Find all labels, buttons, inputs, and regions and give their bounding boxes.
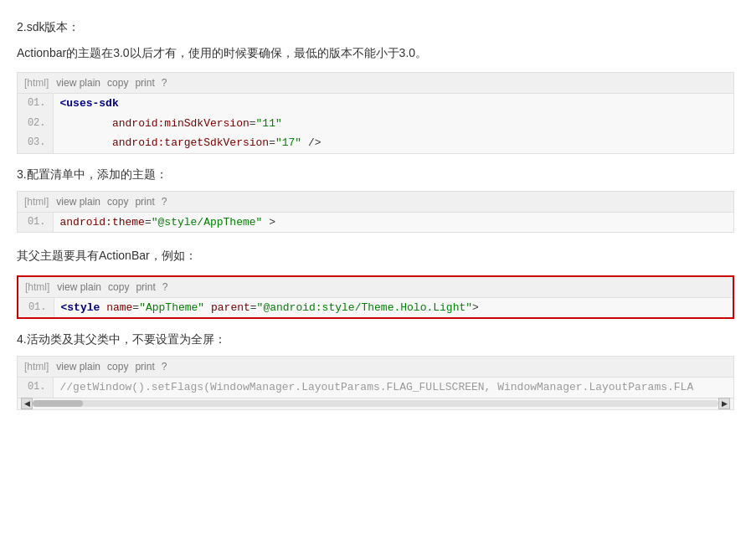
code-block-fullscreen: [html] view plain copy print ? 01. //get…	[17, 356, 734, 410]
help-btn[interactable]: ?	[159, 76, 170, 90]
line-num: 02.	[18, 114, 53, 134]
code-table-parent: 01. <style name="AppTheme" parent="@andr…	[18, 298, 733, 318]
copy-btn[interactable]: copy	[105, 195, 131, 208]
section-2-heading: 2.sdk版本：	[17, 20, 734, 35]
code-table-sdk: 01. <uses-sdk 02. android:minSdkVersion=…	[18, 94, 733, 153]
copy-btn[interactable]: copy	[105, 280, 131, 294]
code-toolbar-sdk: [html] view plain copy print ?	[18, 73, 733, 94]
toolbar-lang: [html]	[24, 361, 49, 372]
line-num: 01.	[18, 94, 53, 114]
code-scroll-area: 01. //getWindow().setFlags(WindowManager…	[18, 378, 733, 398]
code-toolbar-parent: [html] view plain copy print ?	[18, 277, 733, 298]
section-4: 4.活动类及其父类中，不要设置为全屏： [html] view plain co…	[17, 332, 734, 410]
scrollbar-track[interactable]	[33, 400, 718, 407]
page-content: 2.sdk版本： Actionbar的主题在3.0以后才有，使用的时候要确保，最…	[0, 0, 751, 432]
print-btn[interactable]: print	[132, 76, 157, 90]
scrollbar-thumb[interactable]	[33, 400, 83, 407]
line-code: android:theme="@style/AppTheme" >	[53, 213, 733, 233]
code-block-theme: [html] view plain copy print ? 01. andro…	[17, 191, 734, 234]
view-plain-btn[interactable]: view plain	[54, 195, 103, 208]
table-row: 01. android:theme="@style/AppTheme" >	[18, 213, 733, 233]
code-table-theme: 01. android:theme="@style/AppTheme" >	[18, 213, 733, 233]
code-block-sdk: [html] view plain copy print ? 01. <uses…	[17, 72, 734, 154]
table-row: 01. //getWindow().setFlags(WindowManager…	[18, 378, 733, 398]
line-num: 01.	[18, 298, 54, 318]
toolbar-lang: [html]	[24, 77, 49, 89]
help-btn[interactable]: ?	[160, 280, 171, 294]
table-row: 02. android:minSdkVersion="11"	[18, 114, 733, 134]
print-btn[interactable]: print	[133, 280, 157, 294]
line-num: 03.	[18, 133, 53, 153]
toolbar-lang: [html]	[25, 281, 49, 293]
section-3b-description: 其父主题要具有ActionBar，例如：	[17, 246, 734, 265]
view-plain-btn[interactable]: view plain	[54, 280, 104, 294]
line-code: <style name="AppTheme" parent="@android:…	[54, 298, 733, 318]
print-btn[interactable]: print	[132, 195, 157, 208]
section-3-heading: 3.配置清单中，添加的主题：	[17, 167, 734, 182]
line-code: <uses-sdk	[53, 94, 733, 114]
section-2: 2.sdk版本： Actionbar的主题在3.0以后才有，使用的时候要确保，最…	[17, 20, 734, 154]
table-row: 01. <uses-sdk	[18, 94, 733, 114]
code-toolbar-fullscreen: [html] view plain copy print ?	[18, 357, 733, 378]
view-plain-btn[interactable]: view plain	[54, 360, 103, 373]
line-code: //getWindow().setFlags(WindowManager.Lay…	[53, 378, 733, 398]
print-btn[interactable]: print	[132, 360, 157, 373]
line-num: 01.	[18, 378, 53, 398]
line-code: android:targetSdkVersion="17" />	[53, 133, 733, 153]
table-row: 01. <style name="AppTheme" parent="@andr…	[18, 298, 733, 318]
table-row: 03. android:targetSdkVersion="17" />	[18, 133, 733, 153]
section-2-description: Actionbar的主题在3.0以后才有，使用的时候要确保，最低的版本不能小于3…	[17, 44, 734, 62]
scroll-right-btn[interactable]: ▶	[718, 398, 730, 409]
line-code: android:minSdkVersion="11"	[53, 114, 733, 134]
code-table-fullscreen: 01. //getWindow().setFlags(WindowManager…	[18, 378, 733, 398]
section-3b: 其父主题要具有ActionBar，例如： [html] view plain c…	[17, 246, 734, 319]
code-block-parent-theme: [html] view plain copy print ? 01. <styl…	[17, 275, 734, 320]
section-4-heading: 4.活动类及其父类中，不要设置为全屏：	[17, 332, 734, 347]
section-3: 3.配置清单中，添加的主题： [html] view plain copy pr…	[17, 167, 734, 234]
copy-btn[interactable]: copy	[105, 360, 131, 373]
toolbar-lang: [html]	[24, 196, 49, 208]
help-btn[interactable]: ?	[159, 360, 170, 373]
line-num: 01.	[18, 213, 53, 233]
scroll-left-btn[interactable]: ◀	[21, 398, 33, 409]
help-btn[interactable]: ?	[159, 195, 170, 208]
view-plain-btn[interactable]: view plain	[54, 76, 103, 90]
horizontal-scrollbar[interactable]: ◀ ▶	[18, 398, 733, 409]
copy-btn[interactable]: copy	[105, 76, 131, 90]
code-toolbar-theme: [html] view plain copy print ?	[18, 192, 733, 213]
